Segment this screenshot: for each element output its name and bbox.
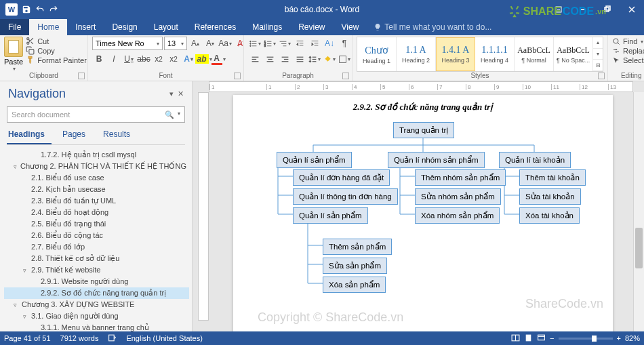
undo-icon[interactable]: [35, 5, 45, 14]
gallery-up-icon[interactable]: ▴: [593, 37, 603, 49]
tab-home[interactable]: Home: [29, 19, 67, 35]
nav-search-input[interactable]: Search document 🔍▾: [7, 106, 185, 123]
tab-review[interactable]: Review: [290, 19, 333, 35]
shrink-font-button[interactable]: A▾: [203, 37, 217, 50]
font-dialog-launcher[interactable]: [234, 73, 241, 79]
subscript-button[interactable]: x2: [152, 52, 165, 66]
view-web-layout-button[interactable]: [537, 333, 546, 344]
clipboard-dialog-launcher[interactable]: [78, 73, 85, 79]
cut-button[interactable]: Cut: [26, 37, 87, 45]
nav-tree-node[interactable]: 2.9.2. Sơ đồ chức năng trang quản trị: [4, 287, 189, 299]
align-right-button[interactable]: [278, 52, 291, 66]
justify-button[interactable]: [293, 52, 306, 66]
line-spacing-button[interactable]: ▾: [308, 52, 321, 66]
zoom-out-button[interactable]: −: [550, 334, 554, 342]
styles-dialog-launcher[interactable]: [598, 73, 605, 79]
shading-button[interactable]: ▾: [323, 52, 336, 66]
highlight-button[interactable]: ab▾: [197, 52, 210, 66]
vertical-scrollbar[interactable]: [633, 92, 644, 331]
font-color-button[interactable]: A▾: [212, 52, 225, 66]
tab-mailings[interactable]: Mailings: [244, 19, 290, 35]
paste-button[interactable]: Paste ▾: [4, 37, 23, 72]
grow-font-button[interactable]: A▴: [188, 37, 202, 50]
font-name-combo[interactable]: Times New Ro▾: [92, 37, 163, 50]
multilevel-list-button[interactable]: ▾: [278, 37, 291, 50]
nav-tree-node[interactable]: 2.6. Biểu đồ cộng tác: [4, 230, 189, 241]
style-no-spacing[interactable]: AaBbCcL¶ No Spac...: [554, 37, 593, 71]
tab-design[interactable]: Design: [104, 19, 145, 35]
nav-tree-node[interactable]: 2.8. Thiết kế cơ sở dữ liệu: [4, 253, 189, 264]
tab-view[interactable]: View: [334, 19, 367, 35]
underline-button[interactable]: U▾: [122, 52, 136, 66]
nav-tree-node[interactable]: 2.5. Biểu đồ trạng thái: [4, 218, 189, 230]
sort-button[interactable]: A↓: [323, 37, 336, 50]
nav-tree-node[interactable]: ▿3.1. Giao diện người dùng: [4, 310, 189, 322]
paragraph-dialog-launcher[interactable]: [342, 73, 349, 79]
vertical-ruler[interactable]: [198, 92, 209, 321]
nav-dropdown-icon[interactable]: ▾: [169, 89, 174, 98]
nav-tab-results[interactable]: Results: [102, 127, 137, 144]
nav-tree-node[interactable]: ▿Chương 3. XÂY DỰNG WEBSITE: [4, 299, 189, 310]
tell-me[interactable]: Tell me what you want to do...: [374, 19, 491, 35]
style-normal[interactable]: AaBbCcL¶ Normal: [515, 37, 554, 71]
close-button[interactable]: [620, 0, 644, 19]
find-button[interactable]: Find▾: [612, 37, 644, 46]
nav-tab-headings[interactable]: Headings: [7, 127, 52, 144]
gallery-expand-icon[interactable]: ⊟: [593, 60, 603, 71]
horizontal-ruler[interactable]: 11234567891011121314151617: [209, 81, 633, 92]
select-button[interactable]: Select▾: [612, 56, 644, 65]
nav-tree-node[interactable]: 2.1. Biểu đồ use case: [4, 172, 189, 184]
change-case-button[interactable]: Aa▾: [218, 37, 232, 50]
redo-icon[interactable]: [49, 5, 58, 14]
numbering-button[interactable]: 123▾: [263, 37, 277, 50]
tab-insert[interactable]: Insert: [67, 19, 104, 35]
nav-tab-pages[interactable]: Pages: [61, 127, 92, 144]
style-heading-1[interactable]: ChươHeading 1: [357, 37, 397, 71]
zoom-in-button[interactable]: +: [617, 334, 621, 342]
scroll-thumb[interactable]: [635, 228, 643, 268]
tab-file[interactable]: File: [0, 19, 29, 35]
nav-tree-node[interactable]: 2.7. Biểu đồ lớp: [4, 241, 189, 253]
nav-tree-node[interactable]: 2.4. Biểu đồ hoạt động: [4, 207, 189, 218]
style-heading-3[interactable]: 1.4.1 AHeading 3: [436, 37, 475, 71]
nav-close-button[interactable]: ✕: [178, 89, 184, 98]
text-effects-button[interactable]: A▾: [182, 52, 195, 66]
copy-button[interactable]: Copy: [26, 46, 87, 55]
borders-button[interactable]: ▾: [338, 52, 351, 66]
document-page[interactable]: 2.9.2. Sơ đồ chức năng trang quản trị: [233, 95, 613, 331]
style-heading-2[interactable]: 1.1 AHeading 2: [397, 37, 436, 71]
view-print-layout-button[interactable]: [524, 333, 533, 344]
bold-button[interactable]: B: [92, 52, 106, 66]
nav-tree-node[interactable]: 3.1.1. Menu và banner trang chủ: [4, 322, 189, 331]
replace-button[interactable]: Replace: [612, 46, 644, 56]
search-options-icon[interactable]: ▾: [178, 110, 180, 119]
view-read-mode-button[interactable]: [511, 333, 520, 344]
gallery-down-icon[interactable]: ▾: [593, 49, 603, 60]
align-left-button[interactable]: [248, 52, 262, 66]
nav-tree-node[interactable]: ▿Chương 2. PHÂN TÍCH VÀ THIẾT KẾ HỆ THỐN…: [4, 161, 189, 172]
save-icon[interactable]: [22, 5, 31, 14]
nav-tree-node[interactable]: 2.2. Kịch bản usecase: [4, 184, 189, 195]
superscript-button[interactable]: x2: [167, 52, 180, 66]
tab-references[interactable]: References: [186, 19, 244, 35]
nav-tree-node[interactable]: 2.9.1. Website người dùng: [4, 276, 189, 287]
zoom-slider[interactable]: [559, 338, 613, 340]
nav-tree-node[interactable]: 1.7.2. Hệ quản trị csdl mysql: [4, 149, 189, 161]
tab-layout[interactable]: Layout: [146, 19, 186, 35]
style-heading-4[interactable]: 1.1.1.1Heading 4: [475, 37, 515, 71]
nav-tree-node[interactable]: ▿2.9. Thiết kế website: [4, 264, 189, 276]
increase-indent-button[interactable]: [308, 37, 321, 50]
show-hide-button[interactable]: ¶: [338, 37, 351, 50]
status-words[interactable]: 7912 words: [60, 334, 99, 342]
decrease-indent-button[interactable]: [293, 37, 306, 50]
status-page[interactable]: Page 41 of 51: [4, 334, 51, 342]
nav-tree-node[interactable]: 2.3. Biểu đồ tuần tự UML: [4, 195, 189, 207]
italic-button[interactable]: I: [107, 52, 121, 66]
font-size-combo[interactable]: 13▾: [164, 37, 187, 50]
bullets-button[interactable]: ▾: [248, 37, 262, 50]
align-center-button[interactable]: [263, 52, 277, 66]
status-language[interactable]: English (United States): [126, 334, 203, 342]
status-spellcheck-icon[interactable]: [108, 333, 117, 344]
zoom-level[interactable]: 82%: [625, 334, 640, 342]
format-painter-button[interactable]: Format Painter: [26, 56, 87, 64]
